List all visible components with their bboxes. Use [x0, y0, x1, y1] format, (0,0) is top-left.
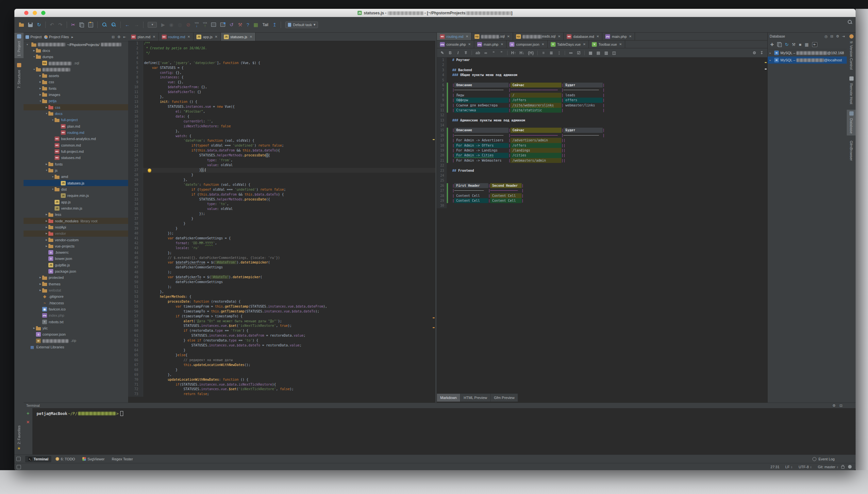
tree-item-full-project.md[interactable]: MDfull-project.md	[23, 148, 128, 154]
code-line-37[interactable]: 37 }	[128, 216, 435, 221]
inspection-hector-icon[interactable]	[848, 465, 852, 469]
close-icon[interactable]: ✕	[596, 35, 599, 38]
open-icon[interactable]	[19, 23, 24, 27]
code-line-62[interactable]: 62 } else if (restoreData.type == 'to') …	[128, 338, 435, 343]
tree-item[interactable]: SQL.sql	[23, 60, 128, 66]
code-line-59[interactable]: 59 STATUSES.instances.vue.$set('isNextTi…	[128, 324, 435, 328]
stop-icon[interactable]: ■	[799, 42, 801, 47]
tree-arrow-icon[interactable]: ▼	[45, 169, 48, 171]
code-line-1[interactable]: 1/**	[128, 41, 435, 46]
tree-arrow-icon[interactable]: ▶	[39, 276, 42, 279]
code-line-12[interactable]: 12 },	[128, 95, 435, 100]
code-line-16[interactable]: 16 data: {	[128, 114, 435, 119]
editor-tab-statuses.js[interactable]: JSstatuses.js✕	[221, 33, 256, 41]
toolwindow-button-svgviewer[interactable]: SvgViewer	[79, 456, 108, 462]
close-icon[interactable]: ✕	[558, 35, 560, 38]
code-line-31[interactable]: 31 if (typeof oldVal === 'undefined') re…	[128, 187, 435, 192]
markdown-line-5[interactable]: 5	[437, 78, 768, 82]
toolwindow-button-remotehost[interactable]: Remote Host	[847, 75, 855, 106]
search-everywhere-icon[interactable]	[847, 20, 852, 24]
statusbar-toolwindow-icon[interactable]	[17, 465, 21, 469]
editor-tab-main.php[interactable]: phpmain.php✕	[602, 33, 635, 40]
save-icon[interactable]	[28, 22, 33, 27]
tree-item-docs[interactable]: ▶docs	[23, 48, 128, 54]
tree-item-gulpfile.js[interactable]: JSgulpfile.js	[23, 262, 128, 268]
table-icon[interactable]: ▦	[804, 42, 809, 47]
code-line-68[interactable]: 68 }	[128, 368, 435, 373]
markdown-line-3[interactable]: 3## Backend	[437, 68, 768, 73]
markdown-line-23[interactable]: 23## Frontend	[437, 168, 768, 173]
code-line-7[interactable]: 7 config: {},	[128, 71, 435, 75]
code-line-3[interactable]: 3 */	[128, 51, 435, 56]
tree-arrow-icon[interactable]: ▶	[39, 87, 42, 90]
markdown-line-18[interactable]: 18| For Admin -> Offers| /offers||	[437, 143, 768, 148]
code-line-56[interactable]: 56 timestampTo = this.getTimestamp(STATU…	[128, 309, 435, 314]
lock-icon[interactable]	[841, 466, 845, 469]
code-line-64[interactable]: 64 }	[128, 348, 435, 353]
markdown-line-6[interactable]: 6| Описание| Сейчас| Будет|	[437, 82, 768, 88]
code-line-14[interactable]: 14 STATUSES.instances.vue = new Vue({	[128, 104, 435, 109]
md-toolbar-icon-B[interactable]: B	[448, 51, 452, 55]
copy-icon[interactable]	[79, 22, 84, 27]
md-toolbar-icon-x[interactable]: ≣	[549, 51, 553, 55]
tree-item-bower.json[interactable]: {}bower.json	[23, 256, 128, 262]
toolwindow-button-structure[interactable]: 7: Structure	[14, 61, 23, 91]
tree-arrow-icon[interactable]: ▶	[39, 93, 42, 96]
markdown-line-30[interactable]: 30	[437, 203, 768, 208]
tree-item-.htaccess[interactable]: ~.htaccess	[23, 300, 128, 306]
find-icon[interactable]	[102, 22, 107, 27]
tree-item-yiic[interactable]: ▶yiic	[23, 325, 128, 331]
toolwindow-button-versioncontrol[interactable]: 9: Version Control	[847, 33, 855, 72]
markdown-line-22[interactable]: 22	[437, 163, 768, 168]
collapse-all-icon[interactable]: ⊟	[112, 35, 115, 39]
tree-item-fonts[interactable]: ▶fonts	[23, 85, 128, 91]
minimize-window-button[interactable]	[33, 11, 37, 15]
gear-icon[interactable]: ⚙	[832, 403, 836, 408]
code-line-50[interactable]: 50 datePickerCommonSettings	[128, 280, 435, 285]
code-line-46[interactable]: 46 var $datePickerFrom = $('#dateFrom').…	[128, 260, 435, 265]
toolwindow-button-regex-tester[interactable]: Regex Tester	[109, 456, 136, 462]
code-line-44[interactable]: 44 };	[128, 251, 435, 256]
tree-item-backend-analytics.md[interactable]: MDbackend-analytics.md	[23, 136, 128, 142]
md-toolbar-icon-x[interactable]: ▥	[604, 51, 608, 55]
database-item[interactable]: ▸≈MySQL – @localhost	[768, 56, 847, 64]
tree-item-full-project[interactable]: ▼full-project	[23, 117, 128, 123]
editor-tab-plan.md[interactable]: MDplan.md✕	[128, 33, 159, 41]
chevron-right-icon[interactable]: ▸	[72, 35, 74, 39]
git-branch-widget[interactable]: Git: master⇕	[818, 465, 839, 469]
md-toolbar-icon-x[interactable]: ≡	[541, 51, 545, 55]
code-line-71[interactable]: 71 if(STATUSES.instances.vue.$data.isNex…	[128, 382, 435, 387]
tree-item-js[interactable]: ▼js	[23, 167, 128, 173]
markdown-line-15[interactable]: 15| Описание| Сейчас| Будет|	[437, 128, 768, 133]
tree-item-fonts[interactable]: ▶fonts	[23, 161, 128, 167]
code-line-55[interactable]: 55 var timestampFrom = this.getTimestamp…	[128, 304, 435, 309]
profile-icon[interactable]: ◍	[178, 22, 182, 27]
code-line-2[interactable]: 2 * Created by petja on 16/06/16.	[128, 46, 435, 51]
md-view-tab-html-preview[interactable]: HTML Preview	[460, 394, 491, 402]
code-line-30[interactable]: 30 'dateTo': function (val, oldVal) {	[128, 183, 435, 187]
markdown-line-27[interactable]: 27|───────────────|──────────────|	[437, 188, 768, 193]
hide-panel-icon[interactable]: ⇤	[123, 35, 126, 39]
tree-arrow-icon[interactable]: ▸	[770, 52, 773, 55]
gear-icon[interactable]: ⚙	[117, 35, 121, 39]
editor-tab-tabledays.vue[interactable]: VTableDays.vue✕	[548, 40, 589, 48]
md-toolbar-icon-Hx[interactable]: H↓	[520, 51, 525, 55]
terminal-header[interactable]: Terminal ⚙⊡	[23, 403, 855, 408]
code-line-73[interactable]: 73 return false;	[128, 392, 435, 397]
tree-item-themes[interactable]: ▶themes	[23, 281, 128, 287]
code-line-5[interactable]: 5define(['vue', 'jquery', 'datepicker'],…	[128, 61, 435, 65]
ide-scripting-icon[interactable]: ▦	[254, 22, 258, 27]
tree-item-statuses.js[interactable]: JSstatuses.js	[23, 180, 128, 186]
md-toolbar-icon-x[interactable]: ∞	[484, 51, 488, 55]
close-icon[interactable]: ✕	[250, 35, 252, 39]
vcs-update-icon[interactable]: VCS↓	[195, 22, 199, 28]
cut-icon[interactable]: ✂	[71, 22, 75, 27]
code-line-47[interactable]: 47 datePickerCommonSettings	[128, 265, 435, 270]
code-line-58[interactable]: 58 alert('Дата "От" не может быть меньше…	[128, 319, 435, 324]
tree-arrow-icon[interactable]: ▼	[51, 176, 55, 178]
replace-icon[interactable]: A	[111, 22, 116, 27]
code-line-18[interactable]: 18 isNextTickRestore: false	[128, 124, 435, 129]
editor-tab-console.php[interactable]: phpconsole.php✕	[437, 40, 474, 48]
markdown-line-9[interactable]: 9| Офферы| /offers| offers|	[437, 98, 768, 102]
copy-icon[interactable]	[777, 42, 782, 47]
